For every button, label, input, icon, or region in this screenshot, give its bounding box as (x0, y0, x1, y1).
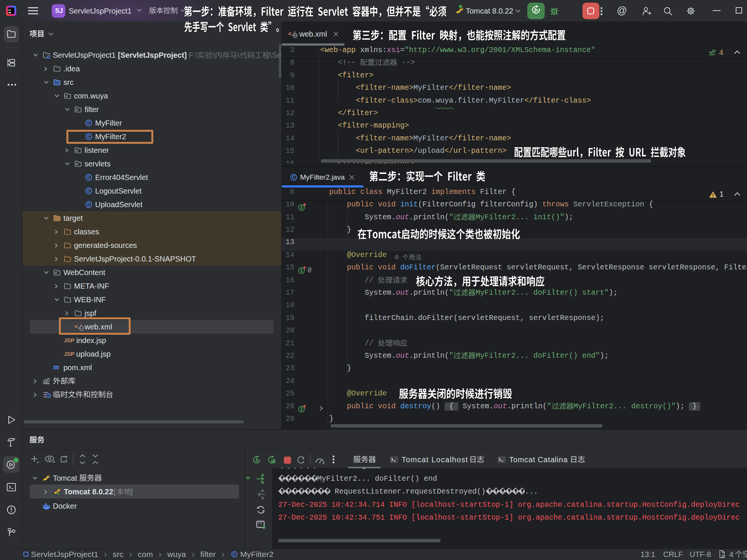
svg-text:C: C (87, 120, 91, 126)
svg-text:I: I (300, 205, 303, 211)
svg-text:C: C (292, 175, 296, 180)
svg-text:C: C (233, 552, 236, 557)
svg-text:C: C (87, 202, 91, 207)
svg-text:C: C (87, 188, 91, 194)
svg-text:I: I (300, 407, 303, 412)
svg-text:I: I (300, 268, 303, 274)
svg-text:C: C (87, 175, 91, 180)
